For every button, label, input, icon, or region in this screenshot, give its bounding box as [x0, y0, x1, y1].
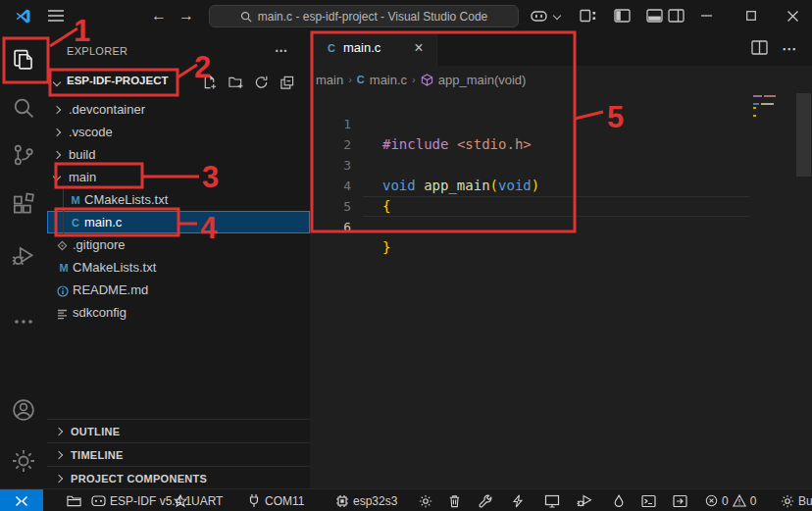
- chevron-right-icon: [53, 106, 61, 114]
- tree-item-gitignore[interactable]: .gitignore: [47, 233, 310, 256]
- code-line-3[interactable]: 3 void app_main(void): [310, 134, 812, 155]
- remote-indicator[interactable]: [0, 489, 43, 511]
- run-debug-icon[interactable]: [12, 244, 35, 268]
- c-file-icon: C: [69, 215, 82, 230]
- flame-icon[interactable]: [613, 489, 625, 511]
- tree-item-main-folder[interactable]: main: [47, 166, 310, 188]
- breadcrumb-symbol[interactable]: app_main(void): [438, 73, 527, 87]
- symbol-cube-icon: [421, 74, 433, 86]
- config-file-icon: [57, 305, 71, 321]
- chevron-right-icon: [55, 428, 63, 435]
- error-icon: [705, 494, 718, 507]
- new-file-icon[interactable]: [202, 75, 218, 90]
- export-icon[interactable]: [673, 489, 687, 511]
- chevron-down-icon: [53, 173, 61, 180]
- device-target[interactable]: esp32s3: [335, 489, 397, 511]
- chevron-right-icon: [53, 151, 61, 159]
- monitor-icon[interactable]: [544, 489, 560, 511]
- back-arrow-icon[interactable]: ←: [147, 0, 171, 31]
- tree-item-label: CMakeLists.txt: [84, 188, 168, 211]
- flash-method[interactable]: UART: [174, 489, 223, 511]
- toggle-sidebar-right-icon[interactable]: [665, 0, 686, 31]
- c-file-icon: C: [357, 74, 365, 85]
- tree-item-main-c[interactable]: C main.c: [47, 211, 310, 233]
- editor-area: C main.c × ⋯ main › C main.c › app_main(…: [310, 31, 812, 488]
- tree-item-devcontainer[interactable]: .devcontainer: [47, 98, 310, 121]
- device-target-label: esp32s3: [353, 494, 397, 508]
- problems-indicator[interactable]: 0 0: [705, 489, 756, 511]
- tree-item-sdkconfig[interactable]: sdkconfig: [47, 301, 310, 324]
- full-clean-trash-icon[interactable]: [448, 489, 461, 511]
- breadcrumb-file[interactable]: main.c: [370, 73, 407, 87]
- collapse-all-icon[interactable]: [279, 75, 295, 90]
- editor-more-actions-icon[interactable]: ⋯: [782, 40, 799, 58]
- tree-item-vscode[interactable]: .vscode: [47, 121, 310, 143]
- tree-item-cmakelists-main[interactable]: M CMakeLists.txt: [47, 188, 310, 211]
- status-bar: ESP-IDF v5.4.1 UART COM11 esp32s3: [0, 488, 812, 511]
- star-icon: [174, 494, 187, 508]
- more-views-icon[interactable]: [12, 310, 35, 333]
- scrollbar[interactable]: [796, 93, 811, 177]
- serial-port-label: COM11: [265, 494, 304, 508]
- explorer-icon[interactable]: [12, 48, 35, 72]
- code-line-1[interactable]: 1 #include <stdio.h>: [310, 93, 812, 114]
- chip-icon: [335, 494, 349, 508]
- build-status[interactable]: Bu: [781, 489, 812, 511]
- code-line-2[interactable]: 2: [310, 114, 812, 134]
- settings-gear-icon[interactable]: [12, 449, 35, 473]
- split-editor-icon[interactable]: [751, 40, 769, 58]
- tree-item-label: .devcontainer: [69, 98, 145, 121]
- copilot-icon[interactable]: [528, 0, 549, 31]
- breadcrumb-folder[interactable]: main: [316, 73, 343, 87]
- tree-item-build[interactable]: build: [47, 143, 310, 166]
- build-wrench-icon[interactable]: [479, 489, 492, 511]
- panel-label: PROJECT COMPONENTS: [71, 467, 207, 490]
- code-line-5[interactable]: 5: [310, 176, 812, 196]
- close-tab-icon[interactable]: ×: [409, 38, 429, 58]
- terminal-icon[interactable]: [641, 489, 656, 511]
- tree-item-readme[interactable]: README.md: [47, 279, 310, 301]
- explorer-more-actions-icon[interactable]: ⋯: [275, 43, 288, 58]
- close-window-button[interactable]: [778, 0, 807, 31]
- panel-label: TIMELINE: [71, 443, 124, 467]
- warning-count: 0: [750, 494, 757, 508]
- tab-main-c[interactable]: C main.c ×: [310, 31, 437, 66]
- tab-label: main.c: [343, 40, 381, 55]
- serial-port[interactable]: COM11: [247, 489, 304, 511]
- menuconfig-gear-icon[interactable]: [419, 489, 432, 511]
- code-line-4[interactable]: 4 {: [310, 155, 812, 176]
- search-icon[interactable]: [12, 96, 35, 120]
- gitignore-file-icon: [57, 237, 71, 253]
- extensions-icon[interactable]: [12, 192, 35, 216]
- gear-icon: [781, 494, 794, 508]
- cmake-file-icon: M: [57, 260, 71, 276]
- project-section-header[interactable]: ESP-IDF-PROJECT: [47, 71, 310, 94]
- c-file-icon: C: [325, 40, 338, 56]
- chevron-right-icon: ›: [412, 74, 416, 85]
- code-line-6[interactable]: 6 }: [310, 196, 812, 217]
- refresh-icon[interactable]: [254, 75, 270, 90]
- forward-arrow-icon[interactable]: →: [175, 0, 198, 31]
- customize-layout-icon[interactable]: [577, 0, 598, 31]
- chevron-down-icon[interactable]: [550, 0, 564, 31]
- toggle-panel-icon[interactable]: [643, 0, 665, 31]
- search-icon: [240, 11, 252, 23]
- open-folder-icon[interactable]: [67, 489, 81, 511]
- accounts-icon[interactable]: [12, 398, 35, 422]
- panel-outline[interactable]: OUTLINE: [47, 419, 310, 443]
- menu-icon[interactable]: [45, 0, 67, 31]
- maximize-button[interactable]: [736, 0, 766, 31]
- command-center-search[interactable]: main.c - esp-idf-project - Visual Studio…: [209, 5, 519, 27]
- source-control-icon[interactable]: [12, 143, 35, 167]
- flash-bolt-icon[interactable]: [512, 489, 524, 511]
- tree-item-cmakelists-root[interactable]: M CMakeLists.txt: [47, 256, 310, 279]
- new-folder-icon[interactable]: [228, 75, 244, 90]
- minimize-button[interactable]: [691, 0, 721, 31]
- tree-item-label: sdkconfig: [73, 301, 127, 324]
- tree-item-label: .gitignore: [73, 233, 125, 256]
- panel-project-components[interactable]: PROJECT COMPONENTS: [47, 466, 310, 489]
- chevron-down-icon: [53, 78, 61, 86]
- panel-timeline[interactable]: TIMELINE: [47, 442, 310, 467]
- toggle-sidebar-left-icon[interactable]: [611, 0, 633, 31]
- debug-icon[interactable]: [577, 489, 593, 511]
